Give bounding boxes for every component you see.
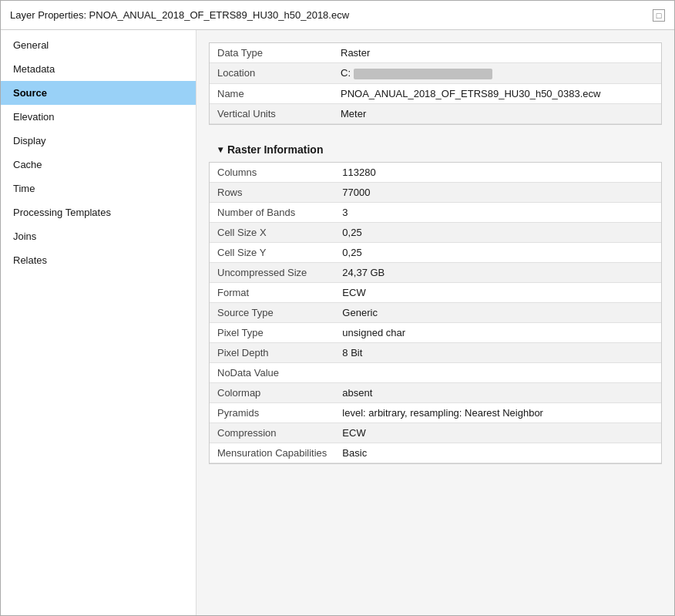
window-title: Layer Properties: PNOA_ANUAL_2018_OF_ETR… <box>10 9 349 21</box>
raster-value-13: ECW <box>334 422 661 443</box>
sidebar-item-source[interactable]: Source <box>1 81 196 105</box>
raster-label-11: Colormap <box>210 382 334 402</box>
close-button[interactable]: □ <box>653 9 665 22</box>
raster-label-10: NoData Value <box>210 362 334 382</box>
raster-label-0: Columns <box>210 163 334 183</box>
raster-value-2: 3 <box>334 202 661 222</box>
raster-label-12: Pyramids <box>210 402 334 422</box>
sidebar-item-cache[interactable]: Cache <box>1 153 196 177</box>
source-label-0: Data Type <box>210 43 333 63</box>
raster-value-0: 113280 <box>334 163 661 183</box>
sidebar-item-display[interactable]: Display <box>1 129 196 153</box>
source-label-2: Name <box>210 83 333 103</box>
sidebar-item-elevation[interactable]: Elevation <box>1 105 196 129</box>
source-value-0: Raster <box>333 43 661 63</box>
source-table: Data TypeRasterLocationC: NamePNOA_ANUAL… <box>210 43 661 124</box>
location-path-bar <box>354 69 492 79</box>
raster-label-13: Compression <box>210 422 334 443</box>
raster-label-14: Mensuration Capabilities <box>210 443 334 463</box>
title-bar: Layer Properties: PNOA_ANUAL_2018_OF_ETR… <box>1 1 674 30</box>
raster-label-1: Rows <box>210 182 334 202</box>
sidebar-item-joins[interactable]: Joins <box>1 224 196 248</box>
raster-label-6: Format <box>210 282 334 302</box>
raster-label-3: Cell Size X <box>210 222 334 242</box>
raster-table-section: Columns113280Rows77000Number of Bands3Ce… <box>209 162 662 464</box>
raster-value-12: level: arbitrary, resampling: Nearest Ne… <box>334 402 661 422</box>
sidebar: GeneralMetadataSourceElevationDisplayCac… <box>1 30 196 615</box>
sidebar-item-general[interactable]: General <box>1 33 196 57</box>
source-properties: Data TypeRasterLocationC: NamePNOA_ANUAL… <box>209 42 662 464</box>
raster-section-title: Raster Information <box>227 143 323 156</box>
chevron-down-icon: ▾ <box>218 144 223 155</box>
sidebar-item-relates[interactable]: Relates <box>1 248 196 272</box>
raster-label-9: Pixel Depth <box>210 342 334 362</box>
main-layout: GeneralMetadataSourceElevationDisplayCac… <box>1 30 674 615</box>
raster-value-4: 0,25 <box>334 242 661 262</box>
raster-value-1: 77000 <box>334 182 661 202</box>
raster-value-7: Generic <box>334 302 661 322</box>
raster-label-7: Source Type <box>210 302 334 322</box>
source-value-3: Meter <box>333 103 661 123</box>
raster-value-9: 8 Bit <box>334 342 661 362</box>
raster-value-6: ECW <box>334 282 661 302</box>
sidebar-item-metadata[interactable]: Metadata <box>1 57 196 81</box>
raster-info-header[interactable]: ▾ Raster Information <box>209 137 662 162</box>
raster-value-8: unsigned char <box>334 322 661 342</box>
raster-value-14: Basic <box>334 443 661 463</box>
source-value-2: PNOA_ANUAL_2018_OF_ETRS89_HU30_h50_0383.… <box>333 83 661 103</box>
layer-properties-window: Layer Properties: PNOA_ANUAL_2018_OF_ETR… <box>0 0 675 616</box>
raster-label-2: Number of Bands <box>210 202 334 222</box>
sidebar-item-processing-templates[interactable]: Processing Templates <box>1 200 196 224</box>
raster-value-5: 24,37 GB <box>334 262 661 282</box>
raster-label-5: Uncompressed Size <box>210 262 334 282</box>
raster-value-3: 0,25 <box>334 222 661 242</box>
raster-value-11: absent <box>334 382 661 402</box>
source-label-1: Location <box>210 63 333 84</box>
raster-label-8: Pixel Type <box>210 322 334 342</box>
source-value-1: C: <box>333 63 661 84</box>
source-table-section: Data TypeRasterLocationC: NamePNOA_ANUAL… <box>209 42 662 125</box>
raster-table: Columns113280Rows77000Number of Bands3Ce… <box>210 163 661 463</box>
sidebar-item-time[interactable]: Time <box>1 177 196 200</box>
raster-value-10 <box>334 362 661 382</box>
source-label-3: Vertical Units <box>210 103 333 123</box>
main-content: Data TypeRasterLocationC: NamePNOA_ANUAL… <box>196 30 674 615</box>
raster-label-4: Cell Size Y <box>210 242 334 262</box>
